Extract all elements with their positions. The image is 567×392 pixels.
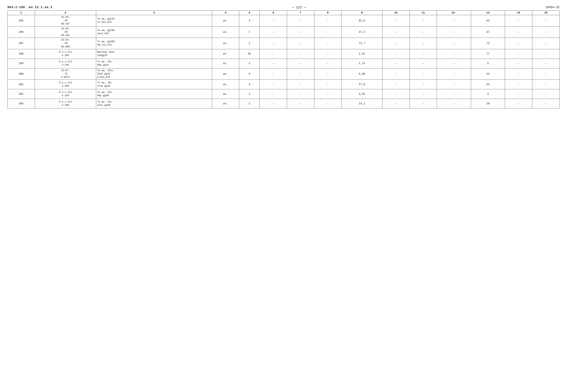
cell-row1-col9: 47,3	[342, 26, 382, 38]
header-center: — 122 —	[292, 6, 306, 9]
col-header-2: 2	[35, 11, 96, 15]
cell-row7-col7: –	[287, 89, 314, 99]
cell-row2-col14: –	[505, 38, 532, 49]
cell-row2-col2: 23–IO– –29 06–090	[35, 38, 96, 49]
cell-row0-col13: 62	[471, 15, 505, 27]
cell-row8-col12: –	[437, 99, 471, 108]
cell-row3-col14: –	[505, 49, 532, 59]
cell-row3-col13: 77	[471, 49, 505, 59]
cell-row5-col13: 32	[471, 68, 505, 80]
header-left: 903-I-198 .Ал.I2.I,кн.I	[7, 6, 52, 9]
cell-row4-col6: –	[260, 59, 287, 68]
cell-row2-col7: –	[287, 38, 314, 49]
cell-row7-col8: –	[314, 89, 342, 99]
cell-row2-col1: 297	[8, 38, 35, 49]
cell-row8-col6: –	[260, 99, 287, 108]
col-header-11: 11	[410, 11, 437, 15]
cell-row7-col14: –	[505, 89, 532, 99]
cell-row5-col14: –	[505, 68, 532, 80]
cell-row2-col5: I	[239, 38, 260, 49]
cell-row8-col4: шт.	[212, 99, 239, 108]
cell-row4-col15: –	[532, 59, 560, 68]
cell-row4-col2: П.I,ч.III п.I55	[35, 59, 96, 68]
cell-row8-col7: –	[287, 99, 314, 108]
cell-row6-col5: 3	[239, 80, 260, 89]
cell-row4-col13: 5	[471, 59, 505, 68]
col-header-12: 12·	[437, 11, 471, 15]
cell-row0-col3: То же, ДуI25 57,5xI,075	[96, 15, 212, 27]
cell-row4-col7: –	[287, 59, 314, 68]
cell-row3-col6: –	[260, 49, 287, 59]
cell-row0-col9: 6I,8	[342, 15, 382, 27]
cell-row7-col9: 4,I6	[342, 89, 382, 99]
cell-row5-col4: шт.	[212, 68, 239, 80]
cell-row1-col8: –	[314, 26, 342, 38]
cell-row2-col15: –	[532, 38, 560, 49]
cell-row5-col12: –	[437, 68, 471, 80]
cell-row2-col9: 7I,7	[342, 38, 382, 49]
col-header-15: 15	[532, 11, 560, 15]
cell-row0-col11: –	[410, 15, 437, 27]
cell-row7-col13: 4	[471, 89, 505, 99]
cell-row5-col5: 6	[239, 68, 260, 80]
cell-row8-col8: –	[314, 99, 342, 108]
cell-row4-col1: 299	[8, 59, 35, 68]
cell-row3-col2: П.I,ч.III п.I85	[35, 49, 96, 59]
cell-row4-col3: То же, I5ч 9бр Ду25	[96, 59, 212, 68]
cell-row3-col3: Вентиль I5кч I9пДу25	[96, 49, 212, 59]
table-row: 29523–IO– –29 06–I67То же, ДуI25 57,5xI,…	[8, 15, 560, 27]
cell-row5-col3: То же, I5кч I6пI Ду32 5,0xI,076	[96, 68, 212, 80]
cell-row5-col7: –	[287, 68, 314, 80]
cell-row3-col5: 35	[239, 49, 260, 59]
cell-row5-col2: 23–07– –7I I–0372	[35, 68, 96, 80]
cell-row2-col12: –	[437, 38, 471, 49]
cell-row6-col7: –	[287, 80, 314, 89]
cell-row6-col3: То же, I5с 27нк Ду32	[96, 80, 212, 89]
cell-row2-col8: –	[314, 38, 342, 49]
col-header-3: 3	[96, 11, 212, 15]
cell-row8-col14: –	[505, 99, 532, 108]
cell-row0-col5: I	[239, 15, 260, 27]
cell-row6-col8: –	[314, 80, 342, 89]
cell-row1-col6: –	[260, 26, 287, 38]
cell-row7-col2: П.I,ч.III п.I58	[35, 89, 96, 99]
table-row: 299П.I,ч.III п.I55То же, I5ч 9бр Ду25шт.…	[8, 59, 560, 68]
table-row: 298П.I,ч.III п.I85Вентиль I5кч I9пДу25шт…	[8, 49, 560, 59]
cell-row8-col11: –	[410, 99, 437, 108]
main-table: 123456789101112·131415 29523–IO– –29 06–…	[7, 10, 560, 108]
cell-row5-col15: –	[532, 68, 560, 80]
cell-row6-col2: П.I,ч.III п.209	[35, 80, 96, 89]
cell-row3-col15: –	[532, 49, 560, 59]
cell-row8-col1: 303	[8, 99, 35, 108]
cell-row3-col12: –	[437, 49, 471, 59]
cell-row6-col13: 54	[471, 80, 505, 89]
cell-row0-col7: –	[287, 15, 314, 27]
cell-row4-col12: –	[437, 59, 471, 68]
cell-row2-col11: –	[410, 38, 437, 49]
cell-row7-col10: –	[382, 89, 410, 99]
cell-row2-col3: То же, Ду300 66,7xI,075	[96, 38, 212, 49]
cell-row1-col5: I	[239, 26, 260, 38]
cell-row8-col2: П.I,ч.III п.I99	[35, 99, 96, 108]
cell-row7-col5: I	[239, 89, 260, 99]
cell-row6-col9: I7,9	[342, 80, 382, 89]
cell-row6-col1: 30I	[8, 80, 35, 89]
cell-row1-col10: –	[382, 26, 410, 38]
cell-row2-col13: 72	[471, 38, 505, 49]
col-header-6: 6	[260, 11, 287, 15]
cell-row7-col4: шт.	[212, 89, 239, 99]
cell-row3-col9: 2,2I	[342, 49, 382, 59]
cell-row7-col1: 302	[8, 89, 35, 99]
cell-row5-col1: 300	[8, 68, 35, 80]
table-row: 30IП.I,ч.III п.209То же, I5с 27нк Ду32шт…	[8, 80, 560, 89]
cell-row2-col10: –	[382, 38, 410, 49]
cell-row8-col10: –	[382, 99, 410, 108]
col-header-5: 5	[239, 11, 260, 15]
cell-row6-col4: шт.	[212, 80, 239, 89]
table-row: 29623–IO– –29 06–I66То же, ДуI00 44xI,07…	[8, 26, 560, 38]
header-right: 18454-31	[545, 6, 560, 9]
cell-row6-col12: –	[437, 80, 471, 89]
cell-row8-col9: I4,2	[342, 99, 382, 108]
cell-row0-col15: –	[532, 15, 560, 27]
col-header-1: 1	[8, 11, 35, 15]
